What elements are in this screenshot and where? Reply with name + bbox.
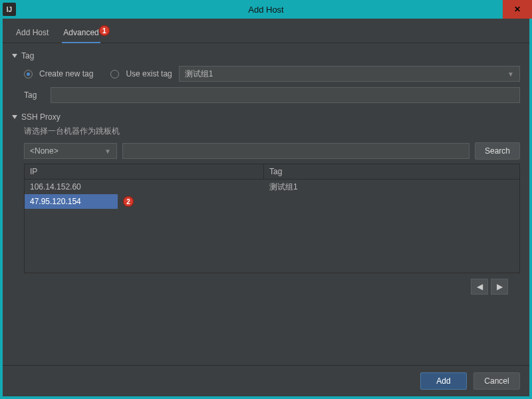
dialog-window: IJ Add Host ✕ Add Host Advanced 1 Tag Cr… (0, 0, 532, 399)
label-use-exist-tag: Use exist tag (126, 69, 172, 78)
dialog-footer: Add Cancel (3, 365, 529, 396)
tab-add-host[interactable]: Add Host (15, 25, 50, 43)
chevron-right-icon: ▶ (497, 282, 503, 291)
page-prev-button[interactable]: ◀ (471, 279, 488, 295)
client-area: Add Host Advanced 1 Tag Create new tag U… (3, 19, 529, 396)
app-icon: IJ (3, 3, 16, 16)
chevron-down-icon (12, 54, 17, 58)
section-ssh-title: SSH Proxy (21, 112, 61, 122)
search-button[interactable]: Search (475, 142, 520, 160)
radio-create-new-tag[interactable] (24, 70, 33, 78)
ssh-hint: 请选择一台机器作为跳板机 (24, 126, 520, 137)
ssh-search-input[interactable] (122, 143, 469, 159)
window-title: Add Host (0, 5, 532, 15)
titlebar: IJ Add Host ✕ (0, 0, 532, 19)
close-button[interactable]: ✕ (503, 0, 532, 19)
chevron-down-icon: ▼ (104, 148, 111, 155)
ssh-search-row: <None> ▼ Search (24, 142, 520, 160)
cancel-button[interactable]: Cancel (473, 372, 520, 390)
ssh-host-selector-value: <None> (30, 146, 59, 156)
page-next-button[interactable]: ▶ (491, 279, 508, 295)
callout-badge-1: 1 (99, 25, 110, 36)
table-row[interactable]: 106.14.152.60 测试组1 (25, 180, 519, 194)
host-table: IP Tag 106.14.152.60 测试组1 47.95.120.154 … (24, 164, 520, 273)
tab-bar: Add Host Advanced 1 (3, 19, 529, 43)
tag-mode-row: Create new tag Use exist tag 测试组1 ▼ (24, 66, 520, 82)
label-create-new-tag: Create new tag (39, 69, 93, 78)
cell-ip: 47.95.120.154 (25, 197, 107, 206)
tab-advanced-label: Advanced (63, 28, 98, 37)
callout-badge-2: 2 (123, 196, 134, 207)
tag-combo[interactable]: 测试组1 ▼ (179, 66, 520, 82)
radio-use-exist-tag[interactable] (110, 70, 119, 78)
table-header: IP Tag (25, 164, 519, 180)
section-ssh-header[interactable]: SSH Proxy (12, 112, 520, 122)
chevron-down-icon: ▼ (507, 70, 514, 78)
cell-ip: 106.14.152.60 (25, 182, 264, 192)
content-pane: Tag Create new tag Use exist tag 测试组1 ▼ … (3, 43, 529, 365)
ssh-host-selector[interactable]: <None> ▼ (24, 143, 117, 159)
chevron-left-icon: ◀ (477, 282, 483, 291)
col-header-ip[interactable]: IP (25, 164, 264, 179)
table-body: 106.14.152.60 测试组1 47.95.120.154 2 (25, 180, 519, 273)
tag-input[interactable] (51, 87, 520, 103)
label-tag: Tag (24, 90, 44, 100)
add-button[interactable]: Add (420, 372, 467, 390)
tag-combo-value: 测试组1 (185, 68, 213, 80)
table-row[interactable]: 47.95.120.154 2 (25, 194, 118, 209)
section-tag-header[interactable]: Tag (12, 51, 520, 61)
section-tag-title: Tag (21, 51, 34, 61)
chevron-down-icon (12, 115, 17, 119)
tab-advanced[interactable]: Advanced 1 (62, 25, 100, 43)
cell-tag: 测试组1 (264, 182, 303, 193)
col-header-tag[interactable]: Tag (264, 164, 519, 179)
tag-field-row: Tag (24, 87, 520, 103)
pager: ◀ ▶ (12, 279, 508, 295)
close-icon: ✕ (514, 5, 521, 14)
